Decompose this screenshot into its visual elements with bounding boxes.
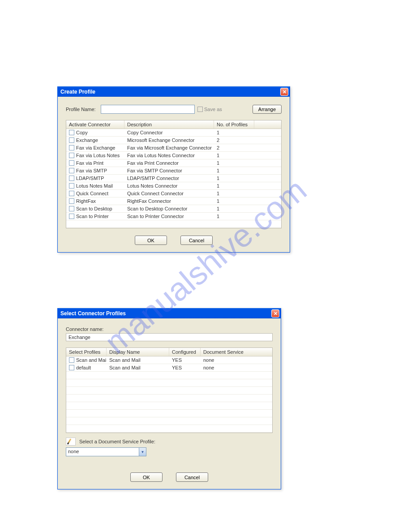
connector-name: RightFax [76, 198, 96, 204]
connector-name: Fax via SMTP [76, 168, 107, 173]
connector-description: Fax via SMTP Connector [124, 167, 214, 174]
connector-profile-count: 1 [214, 198, 254, 204]
connector-name: Scan to Desktop [76, 206, 112, 211]
connector-profile-count: 1 [214, 160, 254, 166]
connector-name: Copy [76, 130, 88, 135]
table-row[interactable]: Lotus Notes MailLotus Notes Connector1 [66, 182, 281, 190]
profile-name: default [76, 365, 91, 370]
profile-name-label: Profile Name: [66, 107, 101, 112]
checkbox-icon[interactable] [69, 214, 74, 219]
connector-profile-count: 1 [214, 167, 254, 174]
header-spacer [254, 120, 281, 129]
checkbox-icon[interactable] [69, 153, 74, 158]
connector-description: Fax via Microsoft Exchange Connector [124, 145, 214, 151]
connector-description: Microsoft Exchange Connector [124, 137, 214, 143]
checkbox-icon[interactable] [69, 137, 74, 143]
cancel-button[interactable]: Cancel [176, 472, 208, 482]
header-configured[interactable]: Configured [169, 348, 201, 356]
connector-profile-count: 1 [214, 152, 254, 159]
checkbox-icon[interactable] [69, 198, 74, 204]
checkbox-icon[interactable] [69, 191, 74, 196]
configured-status: YES [169, 357, 201, 363]
connector-description: Scan to Printer Connector [124, 213, 214, 219]
checkbox-icon[interactable] [69, 176, 74, 181]
connector-profile-count: 2 [214, 145, 254, 151]
connector-name: LDAP/SMTP [76, 176, 104, 181]
checkbox-icon[interactable] [69, 206, 74, 211]
table-row[interactable]: Scan to DesktopScan to Desktop Connector… [66, 205, 281, 213]
connector-description: Scan to Desktop Connector [124, 206, 214, 212]
dialog-title: Create Profile [60, 89, 280, 95]
arrange-button[interactable]: Arrange [253, 105, 282, 114]
connector-profile-count: 2 [214, 137, 254, 143]
close-icon[interactable]: ✕ [280, 88, 288, 96]
connector-description: Lotus Notes Connector [124, 183, 214, 189]
connector-description: RightFax Connector [124, 198, 214, 204]
connector-name: Fax via Lotus Notes [76, 153, 120, 158]
chevron-down-icon[interactable]: ▼ [139, 448, 146, 456]
close-icon[interactable]: ✕ [271, 309, 279, 317]
checkbox-icon[interactable] [69, 357, 74, 363]
checkbox-icon[interactable] [69, 145, 74, 150]
table-row[interactable]: CopyCopy Connector1 [66, 129, 281, 137]
save-as-checkbox: Save as [197, 107, 222, 112]
connector-profile-count: 1 [214, 175, 254, 181]
connector-profile-count: 1 [214, 183, 254, 189]
connector-name: Lotus Notes Mail [76, 183, 113, 189]
checkbox-icon[interactable] [69, 365, 74, 370]
profile-name: Scan and Mail [76, 357, 107, 363]
connector-description: Fax via Lotus Notes Connector [124, 152, 214, 159]
checkbox-icon[interactable] [69, 183, 74, 189]
profile-name-input[interactable] [101, 105, 195, 114]
connector-name: Exchange [76, 137, 98, 143]
connector-description: LDAP/SMTP Connector [124, 175, 214, 181]
table-row[interactable]: Fax via ExchangeFax via Microsoft Exchan… [66, 144, 281, 152]
save-as-label: Save as [204, 107, 222, 112]
document-service: none [201, 357, 272, 363]
header-profiles[interactable]: No. of Profiles [214, 120, 254, 129]
header-activate[interactable]: Activate Connector [66, 120, 124, 129]
table-row[interactable]: Fax via PrintFax via Print Connector1 [66, 159, 281, 167]
connector-name-label: Connector name: [66, 326, 103, 332]
profiles-table: Select Profiles Display Name Configured … [66, 348, 273, 433]
table-row[interactable]: RightFaxRightFax Connector1 [66, 197, 281, 205]
create-profile-dialog: Create Profile ✕ Profile Name: Save as A… [57, 86, 290, 253]
table-row[interactable]: ExchangeMicrosoft Exchange Connector2 [66, 137, 281, 144]
connector-name: Fax via Print [76, 160, 103, 166]
document-service-profile-label: Select a Document Service Profile: [79, 439, 155, 444]
connector-description: Fax via Print Connector [124, 160, 214, 166]
connector-name: Scan to Printer [76, 214, 109, 219]
table-row[interactable]: Quick ConnectQuick Connect Connector1 [66, 190, 281, 197]
header-description[interactable]: Description [124, 120, 214, 129]
dialog-title: Select Connector Profiles [60, 310, 271, 317]
table-row[interactable]: defaultScan and MailYESnone [66, 364, 272, 372]
cancel-button[interactable]: Cancel [180, 236, 213, 245]
connector-profile-count: 1 [214, 206, 254, 212]
table-row[interactable]: Fax via SMTPFax via SMTP Connector1 [66, 167, 281, 175]
display-name: Scan and Mail [107, 357, 169, 363]
checkbox-icon[interactable] [69, 160, 74, 166]
connector-profile-count: 1 [214, 190, 254, 197]
checkbox-icon [197, 107, 203, 112]
combo-value: none [66, 448, 139, 456]
connector-table: Activate Connector Description No. of Pr… [66, 120, 282, 228]
table-row[interactable]: Fax via Lotus NotesFax via Lotus Notes C… [66, 152, 281, 159]
document-service-profile-select[interactable]: none ▼ [66, 447, 146, 456]
connector-profile-count: 1 [214, 129, 254, 136]
table-row[interactable]: Scan and MailScan and MailYESnone [66, 356, 272, 364]
header-service[interactable]: Document Service [201, 348, 272, 356]
checkbox-icon[interactable] [69, 130, 74, 135]
ok-button[interactable]: OK [130, 472, 163, 482]
ok-button[interactable]: OK [135, 236, 167, 245]
checkbox-icon[interactable] [69, 168, 74, 173]
table-row[interactable]: Scan to PrinterScan to Printer Connector… [66, 213, 281, 220]
titlebar: Create Profile ✕ [58, 87, 290, 97]
titlebar: Select Connector Profiles ✕ [58, 309, 281, 318]
document-service: none [201, 365, 272, 371]
header-select[interactable]: Select Profiles [66, 348, 107, 356]
table-row[interactable]: LDAP/SMTPLDAP/SMTP Connector1 [66, 175, 281, 182]
connector-profile-count: 1 [214, 213, 254, 219]
display-name: Scan and Mail [107, 365, 169, 371]
connector-description: Quick Connect Connector [124, 190, 214, 197]
header-display[interactable]: Display Name [107, 348, 169, 356]
